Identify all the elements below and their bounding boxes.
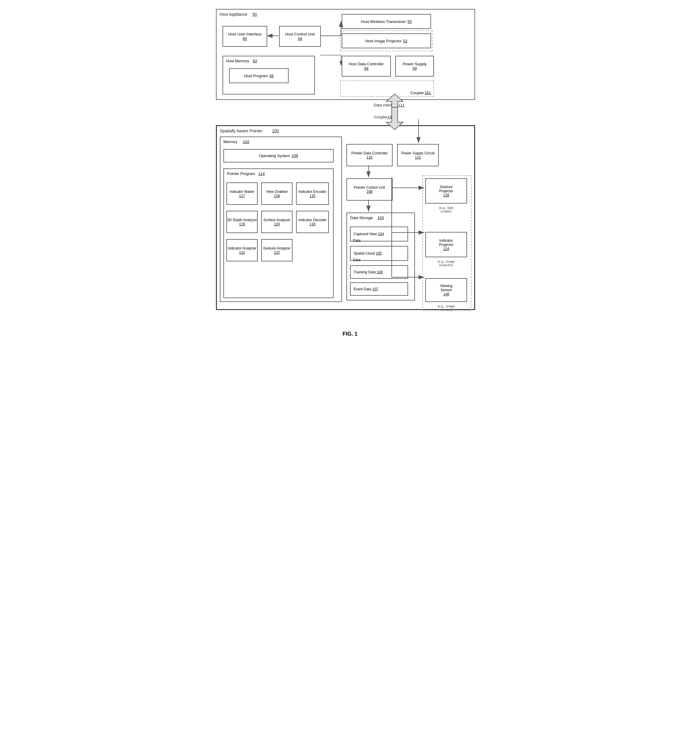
indicator-maker-box: Indicator Maker 117 — [226, 182, 258, 205]
gesture-analyzer-num: 122 — [274, 250, 280, 254]
captured-view-label: Captured View 104 — [354, 232, 384, 236]
indicator-decoder-num: 116 — [309, 222, 315, 226]
surface-analyzer-box: Surface Analyzer 120 — [261, 211, 293, 233]
operating-system-num: 109 — [292, 154, 298, 158]
power-supply-circuit-num: 112 — [415, 155, 421, 159]
host-appliance-num: 50 — [252, 12, 257, 17]
indicator-decoder-label: Indicator Decoder — [299, 218, 327, 222]
event-data-box: Event Data 107 — [350, 282, 408, 296]
gesture-analyzer-label: Gesture Analyzer — [263, 246, 290, 250]
fig-label: FIG. 1 — [342, 331, 358, 337]
data-interface-label: Data Interface111 — [374, 103, 404, 107]
surface-analyzer-num: 120 — [274, 222, 280, 226]
pointer-control-unit-num: 108 — [367, 190, 372, 194]
spatial-cloud-data-box: Data — [350, 257, 408, 263]
event-data-label: Event Data 107 — [354, 287, 378, 291]
host-wireless-label: Host Wireless Transceiver — [361, 20, 406, 24]
operating-system-label: Operating System — [259, 154, 290, 158]
surface-analyzer-label: Surface Analyzer — [263, 218, 290, 222]
coupler-161-label: Coupler — [410, 91, 424, 95]
host-appliance-label: Host Appliance — [220, 12, 247, 17]
coupler-161-num: 161 — [424, 91, 431, 95]
host-user-interface-box: Host User Interface 60 — [223, 26, 267, 47]
indicator-decoder-box: Indicator Decoder 116 — [296, 211, 329, 233]
dashed-projector-area — [340, 30, 433, 51]
operating-system-box: Operating System 109 — [223, 149, 333, 162]
pointer-program-label: Pointer Program — [227, 171, 255, 176]
indicator-encoder-label: Indicator Encoder — [299, 190, 326, 194]
pointer-data-controller-label: Pointer Data Controller — [351, 151, 388, 155]
depth-analyzer-num: 119 — [239, 222, 245, 226]
host-control-unit-box: Host Control Unit 54 — [279, 26, 321, 47]
sap-num: 100 — [272, 129, 279, 133]
host-wireless-box: Host Wireless Transceiver 55 — [342, 14, 431, 29]
data-storage-label: Data Storage — [350, 216, 373, 220]
host-program-num: 56 — [269, 74, 273, 78]
host-control-unit-num: 54 — [298, 36, 302, 41]
host-control-unit-label: Host Control Unit — [285, 32, 315, 36]
indicator-encoder-box: Indicator Encoder 115 — [296, 182, 329, 205]
power-supply-box: Power Supply 59 — [395, 56, 434, 77]
memory-label: Memory — [223, 139, 237, 144]
host-user-interface-label: Host User Interface — [228, 32, 261, 36]
power-supply-label: Power Supply — [403, 62, 427, 66]
depth-analyzer-box: 3D Depth Analyzer 119 — [226, 211, 258, 233]
host-user-interface-num: 60 — [243, 36, 247, 41]
pointer-data-controller-num: 110 — [367, 155, 372, 159]
pointer-program-num: 114 — [258, 171, 265, 176]
tracking-data-label: Tracking Data 106 — [354, 270, 383, 274]
gesture-analyzer-box: Gesture Analyzer 122 — [261, 239, 293, 262]
pointer-control-unit-label: Pointer Control Unit — [354, 185, 385, 190]
host-program-label: Host Program — [244, 74, 268, 78]
tracking-data-box: Tracking Data 106 — [350, 265, 408, 279]
host-data-controller-label: Host Data Controller — [349, 62, 384, 66]
data-storage-num: 103 — [377, 216, 384, 220]
power-supply-circuit-label: Power Supply Circuit — [401, 151, 434, 155]
right-devices-dashed — [422, 175, 472, 311]
spatial-cloud-label: Spatial Cloud 105 — [354, 251, 382, 256]
pointer-control-unit-box: Pointer Control Unit 108 — [346, 178, 392, 201]
captured-view-data-box: Data — [350, 237, 408, 243]
indicator-maker-label: Indicator Maker — [230, 190, 254, 194]
diagram-wrapper: Host Appliance 50 Host User Interface 60… — [216, 9, 484, 325]
power-supply-num: 59 — [413, 66, 417, 71]
indicator-analyzer-num: 121 — [239, 250, 245, 254]
host-data-controller-box: Host Data Controller 58 — [342, 56, 391, 77]
power-supply-circuit-box: Power Supply Circuit 112 — [397, 144, 439, 166]
indicator-analyzer-box: Indicator Analyzer 121 — [226, 239, 258, 262]
host-program-box: Host Program 56 — [229, 68, 289, 83]
coupler-160-label: Coupler160 — [374, 115, 394, 119]
view-grabber-num: 118 — [274, 194, 280, 198]
view-grabber-label: View Grabber — [266, 190, 288, 194]
sap-label: Spatially Aware Pointer — [220, 129, 263, 133]
memory-num: 102 — [243, 139, 249, 144]
indicator-analyzer-label: Indicator Analyzer — [228, 246, 256, 250]
memory-box: Memory 102 Operating System 109 Pointer … — [220, 136, 342, 302]
coupler-161-box: Coupler 161 — [340, 80, 434, 97]
host-data-controller-num: 58 — [364, 66, 368, 71]
sap-box: Spatially Aware Pointer 100 Memory 102 O… — [216, 125, 475, 310]
indicator-encoder-num: 115 — [309, 194, 315, 198]
host-memory-label: Host Memory — [226, 59, 249, 63]
data-storage-box: Data Storage 103 Captured View 104 Data … — [346, 213, 415, 301]
indicator-maker-num: 117 — [239, 194, 245, 198]
host-memory-num: 62 — [253, 59, 257, 63]
view-grabber-box: View Grabber 118 — [261, 182, 293, 205]
pointer-program-box: Pointer Program 114 Indicator Maker 117 … — [223, 168, 333, 298]
pointer-data-controller-box: Pointer Data Controller 110 — [346, 144, 392, 166]
host-appliance-box: Host Appliance 50 Host User Interface 60… — [216, 9, 475, 100]
depth-analyzer-label: 3D Depth Analyzer — [227, 218, 257, 222]
host-wireless-num: 55 — [407, 20, 412, 24]
host-memory-box: Host Memory 62 Host Program 56 — [223, 56, 315, 94]
